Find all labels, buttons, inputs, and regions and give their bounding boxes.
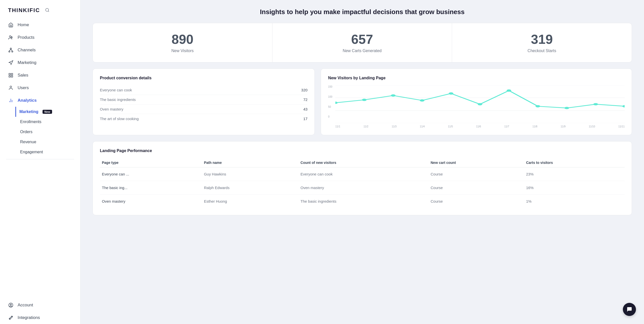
sidebar: THINKIFIC Home Products Channels (0, 0, 80, 324)
brand-name: THINKIFIC (8, 7, 40, 14)
main-content: Insights to help you make impactful deci… (80, 0, 644, 324)
svg-point-28 (391, 94, 395, 97)
svg-line-1 (48, 11, 49, 12)
row2-path-name: Esther Huong (202, 195, 299, 208)
svg-line-8 (11, 49, 12, 51)
conversion-item-3: The art of slow cooking 17 (100, 114, 307, 123)
sidebar-item-account[interactable]: Account (0, 299, 80, 311)
y-label-100: 100 (328, 95, 332, 98)
sidebar-item-engagement[interactable]: Engagement (16, 147, 80, 157)
marketing-sub-label: Marketing (19, 110, 38, 114)
svg-rect-13 (11, 76, 13, 77)
col-path-name: Path name (202, 158, 299, 167)
svg-point-3 (11, 37, 12, 38)
svg-rect-11 (11, 74, 13, 75)
col-cart-count: New cart count (429, 158, 524, 167)
svg-point-14 (10, 86, 12, 88)
sidebar-item-marketing-sub[interactable]: Marketing New (15, 107, 80, 117)
row1-cart-count: Course (429, 181, 524, 195)
y-label-150: 150 (328, 85, 332, 88)
sidebar-item-enrollments[interactable]: Enrollments (16, 117, 80, 127)
row2-cart-count: Course (429, 195, 524, 208)
row1-visitors: Oven mastery (299, 181, 429, 195)
stat-number-visitors: 890 (99, 32, 266, 47)
sidebar-item-marketing[interactable]: Marketing (0, 56, 80, 69)
svg-point-4 (10, 48, 12, 49)
x-label-2: 11/3 (392, 125, 396, 128)
x-label-4: 11/5 (448, 125, 453, 128)
y-label-0: 0 (328, 115, 332, 118)
revenue-label: Revenue (20, 140, 36, 144)
row2-carts-visitors: 1% (524, 195, 625, 208)
home-icon (8, 22, 14, 28)
conversion-name-2: Oven mastery (100, 107, 123, 111)
table-header-row: Page type Path name Count of new visitor… (100, 158, 625, 167)
svg-point-19 (10, 304, 12, 305)
enrollments-label: Enrollments (20, 120, 41, 124)
sidebar-item-channels[interactable]: Channels (0, 44, 80, 56)
engagement-label: Engagement (20, 150, 43, 154)
search-button[interactable] (45, 8, 50, 13)
sidebar-item-sales[interactable]: Sales (0, 69, 80, 82)
row1-carts-visitors: 16% (524, 181, 625, 195)
col-visitors: Count of new visitors (299, 158, 429, 167)
col-page-type: Page type (100, 158, 202, 167)
svg-point-5 (9, 51, 10, 52)
sidebar-item-orders[interactable]: Orders (16, 127, 80, 137)
conversion-name-1: The basic ingredients (100, 97, 136, 102)
row2-page-type: Oven mastery (100, 195, 202, 208)
svg-point-35 (593, 103, 598, 105)
chat-bubble-button[interactable] (623, 303, 636, 316)
y-label-50: 50 (328, 105, 332, 108)
sidebar-item-products[interactable]: Products (0, 31, 80, 44)
new-badge: New (43, 110, 52, 114)
account-icon (8, 302, 14, 308)
x-label-1: 11/2 (364, 125, 368, 128)
col-carts-visitors: Carts to visitors (524, 158, 625, 167)
x-label-7: 11/8 (533, 125, 537, 128)
svg-line-7 (9, 49, 11, 51)
analytics-sub-nav: Marketing New Enrollments Orders Revenue… (0, 107, 80, 157)
conversion-count-1: 72 (303, 97, 308, 102)
sidebar-item-analytics[interactable]: Analytics (0, 94, 80, 107)
product-conversion-card: Product conversion details Everyone can … (93, 68, 315, 135)
chat-icon (626, 306, 632, 312)
table-body: Everyone can ... Guy Hawkins Everyone ca… (100, 167, 625, 208)
visitors-line-chart (335, 85, 625, 123)
stats-row: 890 New Visitors 657 New Carts Generated… (93, 23, 632, 62)
sidebar-item-home-label: Home (18, 22, 29, 27)
users-icon (8, 85, 14, 91)
stat-number-checkout: 319 (458, 32, 626, 47)
svg-point-33 (536, 105, 540, 107)
svg-point-26 (335, 102, 338, 104)
sidebar-item-integrations[interactable]: Integrations (0, 311, 80, 324)
main-nav: Home Products Channels Marketing (0, 19, 80, 157)
marketing-icon (8, 60, 14, 65)
svg-marker-9 (9, 61, 13, 65)
row1-page-type: The basic ing... (100, 181, 202, 195)
chart-y-labels: 150 100 50 0 (328, 85, 333, 123)
table-row: Everyone can ... Guy Hawkins Everyone ca… (100, 167, 625, 181)
svg-point-36 (622, 105, 625, 107)
conversion-item-2: Oven mastery 43 (100, 104, 307, 114)
x-label-6: 11/7 (504, 125, 509, 128)
integrations-icon (8, 315, 14, 320)
sidebar-item-home[interactable]: Home (0, 19, 80, 31)
sidebar-item-users-label: Users (18, 85, 29, 90)
conversion-count-0: 320 (301, 88, 307, 92)
sidebar-item-revenue[interactable]: Revenue (16, 137, 80, 147)
account-label: Account (18, 303, 33, 308)
middle-row: Product conversion details Everyone can … (93, 68, 632, 135)
landing-performance-table: Page type Path name Count of new visitor… (100, 158, 625, 208)
svg-rect-10 (9, 74, 11, 75)
stat-card-checkout: 319 Checkout Starts (452, 23, 632, 62)
chart-x-labels: 11/1 11/2 11/3 11/4 11/5 11/6 11/7 11/8 … (335, 125, 625, 128)
stat-card-visitors: 890 New Visitors (93, 23, 272, 62)
svg-point-34 (565, 107, 569, 109)
sidebar-item-users[interactable]: Users (0, 82, 80, 94)
products-icon (8, 35, 14, 40)
stat-card-carts: 657 New Carts Generated (272, 23, 452, 62)
table-head: Page type Path name Count of new visitor… (100, 158, 625, 167)
svg-point-30 (449, 92, 453, 95)
orders-label: Orders (20, 130, 32, 134)
